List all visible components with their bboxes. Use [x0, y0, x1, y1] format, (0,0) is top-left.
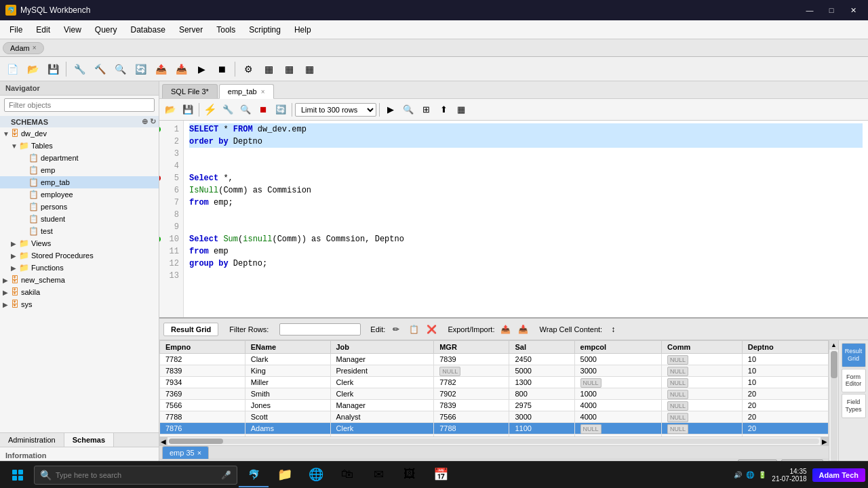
toolbar-grid3[interactable]: ▦ [300, 60, 319, 79]
tree-employee[interactable]: 📋 employee [0, 188, 159, 201]
tree-dw-dev[interactable]: ▼ 🗄 dw_dev [0, 127, 159, 140]
sql-exec2-btn[interactable]: ▶ [382, 102, 399, 118]
tree-student[interactable]: 📋 student [0, 213, 159, 225]
close-button[interactable]: ✕ [844, 3, 863, 18]
right-panel-form-editor[interactable]: Form Editor [842, 369, 866, 393]
toolbar-btn5[interactable]: 🔄 [131, 60, 150, 79]
scroll-up-btn[interactable]: ▲ [829, 340, 839, 350]
h-scrollbar[interactable]: ◀ ▶ [159, 436, 829, 445]
taskbar-store[interactable]: 🛍 [332, 463, 362, 487]
editor-area[interactable]: 1 2 3 4 5 6 7 8 9 10 [159, 121, 868, 317]
toolbar-btn9[interactable]: ⏹ [212, 60, 231, 79]
minimize-button[interactable]: — [800, 3, 819, 18]
table-row[interactable]: 7566JonesManager783929754000NULL20 [160, 400, 829, 411]
table-row[interactable]: 7788ScottAnalyst756630004000NULL20 [160, 411, 829, 423]
taskbar-edge[interactable]: 🌐 [301, 463, 331, 487]
import-btn[interactable]: 📥 [516, 323, 530, 336]
code-content[interactable]: SELECT * FROM dw_dev.emp order by Deptno… [184, 121, 868, 317]
sql-exec-btn[interactable]: ⚡ [202, 102, 218, 118]
emp-tab-35[interactable]: emp 35 × [162, 446, 209, 459]
tab-schemas[interactable]: Schemas [64, 433, 114, 447]
toolbar-btn7[interactable]: 📥 [172, 60, 191, 79]
tree-test[interactable]: 📋 test [0, 225, 159, 237]
menu-file[interactable]: File [3, 22, 29, 37]
tree-emp-tab[interactable]: 📋 emp_tab [0, 176, 159, 188]
col-deptno[interactable]: Deptno [742, 341, 828, 354]
edit-btn3[interactable]: ❌ [425, 323, 438, 336]
taskbar-mail[interactable]: ✉ [363, 463, 393, 487]
tree-sys[interactable]: ▶ 🗄 sys [0, 298, 159, 310]
table-row[interactable]: 7839KingPresidentNULL50003000NULL10 [160, 365, 829, 377]
toolbar-save[interactable]: 💾 [43, 60, 62, 79]
sql-refresh-btn[interactable]: 🔄 [273, 102, 289, 118]
sql-open-btn[interactable]: 📂 [162, 102, 178, 118]
table-row[interactable]: 7369SmithClerk79028001000NULL20 [160, 388, 829, 400]
maximize-button[interactable]: □ [822, 3, 841, 18]
tree-new-schema[interactable]: ▶ 🗄 new_schema [0, 274, 159, 286]
toolbar-settings[interactable]: ⚙ [239, 60, 258, 79]
results-grid[interactable]: Empno EName Job MGR Sal empcol Comm Dept… [159, 340, 829, 436]
sql-find-btn[interactable]: 🔍 [400, 102, 416, 118]
right-panel-result-grid[interactable]: Result Grid [842, 343, 866, 367]
col-comm[interactable]: Comm [662, 341, 743, 354]
tree-department[interactable]: 📋 department [0, 152, 159, 164]
tree-stored-procedures[interactable]: ▶ 📁 Stored Procedures [0, 249, 159, 262]
menu-view[interactable]: View [57, 22, 88, 37]
menu-edit[interactable]: Edit [29, 22, 57, 37]
menu-scripting[interactable]: Scripting [242, 22, 288, 37]
col-job[interactable]: Job [330, 341, 434, 354]
result-grid-btn[interactable]: Result Grid [163, 323, 218, 336]
sql-tab-emp-tab[interactable]: emp_tab × [219, 84, 274, 99]
toolbar-btn8[interactable]: ▶ [192, 60, 211, 79]
menu-server[interactable]: Server [172, 22, 210, 37]
right-panel-field-types[interactable]: Field Types [842, 394, 866, 418]
export-btn[interactable]: 📤 [498, 323, 512, 336]
sql-more-btn[interactable]: ▦ [453, 102, 469, 118]
tree-views[interactable]: ▶ 📁 Views [0, 237, 159, 249]
toolbar-grid1[interactable]: ▦ [259, 60, 278, 79]
menu-help[interactable]: Help [288, 22, 318, 37]
tree-emp[interactable]: 📋 emp [0, 164, 159, 176]
sql-export-btn[interactable]: ⬆ [435, 102, 452, 118]
wrap-btn[interactable]: ↕ [606, 323, 620, 336]
toolbar-grid2[interactable]: ▦ [279, 60, 298, 79]
col-ename[interactable]: EName [245, 341, 330, 354]
toolbar-btn2[interactable]: 🔧 [70, 60, 89, 79]
connection-tab-adam[interactable]: Adam × [3, 42, 44, 54]
filter-input[interactable] [4, 98, 155, 112]
table-row[interactable]: 7876AdamsClerk77881100NULLNULL20 [160, 423, 829, 434]
sql-stop-btn[interactable]: ⏹ [255, 102, 271, 118]
taskbar-mysql[interactable]: 🐬 [239, 463, 269, 487]
scroll-left-btn[interactable]: ◀ [159, 437, 167, 445]
sql-exec-sel-btn[interactable]: 🔧 [220, 102, 236, 118]
sql-limit-select[interactable]: Limit to 300 rows Don't Limit Limit to 1… [295, 103, 376, 117]
start-button[interactable] [3, 463, 33, 487]
toolbar-btn6[interactable]: 📤 [151, 60, 170, 79]
col-mgr[interactable]: MGR [434, 341, 509, 354]
col-sal[interactable]: Sal [509, 341, 574, 354]
edit-btn2[interactable]: 📋 [407, 323, 420, 336]
filter-rows-input[interactable] [279, 323, 361, 336]
sql-save-btn[interactable]: 💾 [180, 102, 196, 118]
taskbar-search[interactable]: 🔍 Type here to search 🎤 [34, 466, 237, 485]
table-row[interactable]: 7782ClarkManager783924505000NULL10 [160, 354, 829, 365]
edit-btn1[interactable]: ✏ [389, 323, 403, 336]
toolbar-btn4[interactable]: 🔍 [111, 60, 130, 79]
taskbar-photos[interactable]: 🖼 [395, 463, 425, 487]
sql-format-btn[interactable]: ⊞ [418, 102, 434, 118]
tree-persons[interactable]: 📋 persons [0, 201, 159, 213]
menu-tools[interactable]: Tools [210, 22, 242, 37]
taskbar-file-explorer[interactable]: 📁 [270, 463, 300, 487]
tree-tables[interactable]: ▼ 📁 Tables [0, 140, 159, 152]
tree-functions[interactable]: ▶ 📁 Functions [0, 262, 159, 274]
menu-query[interactable]: Query [88, 22, 124, 37]
emp-tab-close[interactable]: × [197, 449, 201, 457]
col-empno[interactable]: Empno [160, 341, 245, 354]
toolbar-btn3[interactable]: 🔨 [90, 60, 109, 79]
toolbar-new[interactable]: 📄 [3, 60, 22, 79]
table-row[interactable]: 7934MillerClerk77821300NULLNULL10 [160, 377, 829, 388]
sql-tab-file3[interactable]: SQL File 3* [162, 84, 218, 98]
menu-database[interactable]: Database [124, 22, 172, 37]
tree-sakila[interactable]: ▶ 🗄 sakila [0, 286, 159, 298]
schemas-header[interactable]: SCHEMAS ⊕ ↻ [0, 116, 159, 127]
